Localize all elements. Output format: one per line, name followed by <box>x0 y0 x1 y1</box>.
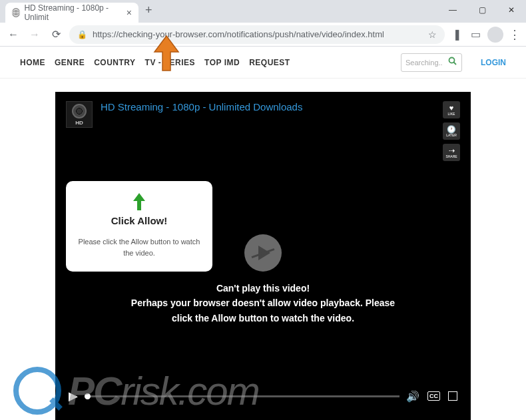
video-side-actions: ♥ LIKE 🕐 LATER ⇢ SHARE <box>443 101 460 161</box>
video-header: HD HD Streaming - 1080p - Unlimited Down… <box>66 101 460 161</box>
click-allow-popup: Click Allow! Please click the Allow butt… <box>66 181 212 272</box>
progress-bar[interactable] <box>85 395 399 397</box>
error-line1: Can't play this video! <box>130 281 396 296</box>
page-content: HOME GENRE COUNTRY TV - SERIES TOP IMD R… <box>0 47 526 420</box>
site-navigation: HOME GENRE COUNTRY TV - SERIES TOP IMD R… <box>0 47 526 79</box>
nav-country[interactable]: COUNTRY <box>94 58 135 67</box>
profile-avatar[interactable] <box>487 27 503 43</box>
search-icon[interactable] <box>448 57 457 68</box>
browser-menu-button[interactable]: ⋮ <box>509 27 521 42</box>
play-control-button[interactable]: ▶ <box>69 389 78 403</box>
up-arrow-icon <box>75 192 203 215</box>
film-reel-icon <box>72 104 87 118</box>
nav-request[interactable]: REQUEST <box>249 58 290 67</box>
video-player-container: HD HD Streaming - 1080p - Unlimited Down… <box>55 92 471 420</box>
fullscreen-button[interactable] <box>448 391 457 401</box>
svg-line-4 <box>454 63 457 65</box>
hd-logo: HD <box>66 101 93 128</box>
close-icon[interactable]: × <box>127 7 132 18</box>
hd-label: HD <box>75 120 83 126</box>
maximize-button[interactable]: ▢ <box>467 0 497 20</box>
back-button[interactable]: ← <box>5 27 21 43</box>
browser-tab[interactable]: HD Streaming - 1080p - Unlimit × <box>5 3 138 23</box>
play-button-disabled[interactable] <box>244 234 282 272</box>
share-icon: ⇢ <box>449 147 455 154</box>
forward-button[interactable]: → <box>27 27 43 43</box>
browser-toolbar: ← → ⟳ 🔒 https://checking-your-browser.co… <box>0 23 526 47</box>
lock-icon: 🔒 <box>77 30 87 39</box>
clock-icon: 🕐 <box>447 126 456 133</box>
video-error-message: Can't play this video! Perhaps your brow… <box>130 281 396 325</box>
svg-point-3 <box>449 58 455 63</box>
reload-button[interactable]: ⟳ <box>48 27 64 43</box>
cc-button[interactable]: CC <box>427 391 440 401</box>
extension-icon[interactable]: ❚ <box>450 28 463 41</box>
extension-icon-2[interactable]: ▭ <box>469 28 482 41</box>
volume-icon[interactable]: 🔊 <box>406 390 419 403</box>
progress-handle[interactable] <box>85 393 91 399</box>
error-line2: Perhaps your browser doesn't allow video… <box>130 296 396 325</box>
login-link[interactable]: LOGIN <box>481 58 506 67</box>
heart-icon: ♥ <box>449 105 454 112</box>
nav-top-imdb[interactable]: TOP IMD <box>204 58 240 67</box>
tab-title: HD Streaming - 1080p - Unlimit <box>24 3 122 22</box>
annotation-pointer-arrow <box>146 35 186 77</box>
allow-description: Please click the Allow button to watch t… <box>75 236 203 258</box>
window-controls: — ▢ ✕ <box>438 0 526 20</box>
nav-home[interactable]: HOME <box>20 58 45 67</box>
browser-titlebar: HD Streaming - 1080p - Unlimit × + — ▢ ✕ <box>0 0 526 23</box>
video-controls: ▶ 🔊 CC <box>66 385 460 407</box>
search-placeholder: Searching.. <box>405 59 443 67</box>
url-text: https://checking-your-browser.com/notifi… <box>93 29 423 39</box>
window-close-button[interactable]: ✕ <box>497 0 526 20</box>
allow-title: Click Allow! <box>111 215 167 226</box>
new-tab-button[interactable]: + <box>145 3 152 17</box>
share-button[interactable]: ⇢ SHARE <box>443 144 460 161</box>
nav-genre[interactable]: GENRE <box>55 58 85 67</box>
bookmark-star-icon[interactable]: ☆ <box>428 29 437 40</box>
video-title: HD Streaming - 1080p - Unlimited Downloa… <box>101 101 302 112</box>
later-button[interactable]: 🕐 LATER <box>443 122 460 140</box>
video-body: Click Allow! Please click the Allow butt… <box>66 168 460 407</box>
search-input[interactable]: Searching.. <box>401 53 462 72</box>
minimize-button[interactable]: — <box>438 0 467 20</box>
like-button[interactable]: ♥ LIKE <box>443 101 460 118</box>
address-bar[interactable]: 🔒 https://checking-your-browser.com/noti… <box>69 25 445 44</box>
globe-icon <box>12 8 20 17</box>
